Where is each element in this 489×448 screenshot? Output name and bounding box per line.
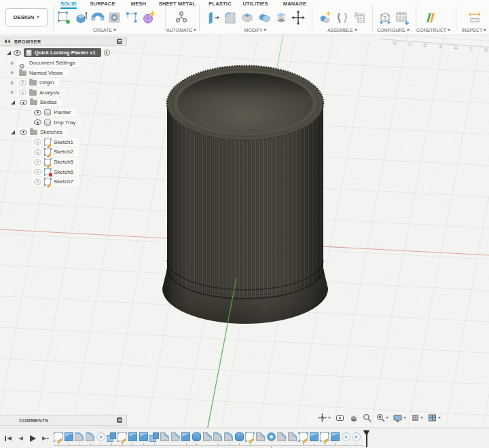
selected-root-chip[interactable]: Quick Locking Planter v1 bbox=[24, 48, 101, 57]
browser-item-drip-tray[interactable]: Drip Tray bbox=[0, 118, 127, 126]
timeline-feature-extrude[interactable] bbox=[128, 432, 137, 441]
inspect-group-label[interactable]: INSPECT bbox=[462, 28, 486, 33]
create-sketch-button[interactable] bbox=[56, 10, 71, 26]
configure-group-label[interactable]: CONFIGURE bbox=[377, 28, 410, 33]
fit-button[interactable] bbox=[376, 413, 389, 422]
derive-button[interactable] bbox=[124, 10, 139, 26]
press-pull-button[interactable] bbox=[206, 10, 221, 26]
timeline-position-marker[interactable] bbox=[363, 430, 369, 447]
visibility-eye-icon[interactable] bbox=[34, 179, 41, 185]
timeline-feature-fillet[interactable] bbox=[75, 432, 84, 441]
fillet-button[interactable] bbox=[223, 10, 238, 26]
planter-model[interactable] bbox=[162, 66, 328, 324]
measure-button[interactable] bbox=[467, 10, 482, 26]
browser-options-icon[interactable] bbox=[117, 39, 122, 44]
automate-button[interactable] bbox=[174, 10, 189, 26]
assemble-group-label[interactable]: ASSEMBLE bbox=[327, 28, 357, 33]
visibility-eye-icon[interactable] bbox=[34, 160, 41, 165]
new-component-button[interactable] bbox=[318, 10, 333, 26]
joint-button[interactable] bbox=[335, 10, 350, 26]
pan-button[interactable] bbox=[349, 413, 358, 422]
timeline-feature-chamfer[interactable] bbox=[256, 432, 265, 441]
expand-expanded-icon[interactable] bbox=[11, 130, 15, 134]
browser-item-named-views[interactable]: Named Views bbox=[0, 69, 127, 77]
browser-item-analysis[interactable]: Analysis bbox=[0, 88, 127, 96]
timeline-feature-fillet[interactable] bbox=[213, 432, 222, 441]
timeline-feature-sketch[interactable] bbox=[117, 432, 126, 441]
timeline-feature-chamfer[interactable] bbox=[203, 432, 212, 441]
expand-collapsed-icon[interactable] bbox=[11, 81, 14, 85]
construct-plane-button[interactable] bbox=[422, 10, 437, 26]
tab-mesh[interactable]: MESH bbox=[131, 1, 146, 7]
browser-item-sketches[interactable]: Sketches bbox=[0, 128, 127, 136]
timeline-feature-chamfer[interactable] bbox=[171, 432, 180, 441]
tab-utilities[interactable]: UTILITIES bbox=[242, 1, 268, 7]
comments-bar[interactable]: COMMENTS bbox=[0, 415, 127, 426]
collapse-panel-icon[interactable] bbox=[4, 39, 10, 43]
expand-collapsed-icon[interactable] bbox=[11, 90, 14, 94]
timeline-feature-circular-pattern[interactable] bbox=[352, 432, 361, 441]
visibility-eye-icon[interactable] bbox=[19, 90, 26, 95]
timeline-feature-chamfer[interactable] bbox=[277, 432, 286, 441]
step-back-button[interactable] bbox=[17, 435, 24, 442]
browser-item-document-settings[interactable]: Document Settings bbox=[0, 59, 127, 67]
browser-item-sketch7[interactable]: Sketch7 bbox=[0, 178, 127, 186]
automate-group-label[interactable]: AUTOMATE bbox=[166, 28, 196, 33]
browser-item-sketch1[interactable]: Sketch1 bbox=[0, 138, 127, 146]
look-at-button[interactable] bbox=[336, 413, 344, 422]
modify-group-label[interactable]: MODIFY bbox=[244, 28, 266, 33]
combine-button[interactable] bbox=[257, 10, 272, 26]
visibility-eye-icon[interactable] bbox=[34, 169, 41, 174]
expand-expanded-icon[interactable] bbox=[11, 100, 15, 105]
timeline-feature-fillet[interactable] bbox=[224, 432, 233, 441]
browser-item-bodies[interactable]: Bodies bbox=[0, 98, 127, 107]
expand-collapsed-icon[interactable] bbox=[11, 61, 14, 65]
design-workspace-button[interactable]: DESIGN bbox=[5, 8, 48, 26]
step-forward-button[interactable] bbox=[41, 435, 48, 442]
timeline-feature-cylinder[interactable] bbox=[235, 432, 244, 441]
browser-item-origin[interactable]: Origin bbox=[0, 79, 127, 87]
timeline-feature-cylinder[interactable] bbox=[192, 432, 201, 441]
zoom-button[interactable] bbox=[363, 413, 372, 422]
configuration-table-button[interactable] bbox=[395, 10, 410, 26]
timeline-feature-extrude[interactable] bbox=[139, 432, 148, 441]
display-settings-button[interactable] bbox=[393, 413, 406, 422]
tab-plastic[interactable]: PLASTIC bbox=[209, 1, 231, 7]
timeline-feature-move[interactable] bbox=[107, 432, 115, 441]
timeline-feature-sketch[interactable] bbox=[245, 432, 254, 441]
expand-collapsed-icon[interactable] bbox=[11, 71, 14, 75]
timeline-feature-fillet[interactable] bbox=[86, 432, 94, 441]
visibility-eye-icon[interactable] bbox=[19, 80, 26, 86]
visibility-eye-icon[interactable] bbox=[34, 110, 41, 115]
hole-button[interactable] bbox=[107, 10, 122, 26]
browser-item-sketch5[interactable]: Sketch5 bbox=[0, 158, 127, 166]
expand-expanded-icon[interactable] bbox=[7, 51, 11, 55]
timeline-marker-head[interactable] bbox=[363, 430, 369, 434]
configure-cube-button[interactable] bbox=[378, 10, 393, 26]
timeline-feature-extrude[interactable] bbox=[310, 432, 319, 441]
go-to-start-button[interactable] bbox=[5, 435, 12, 442]
timeline-feature-sketch[interactable] bbox=[299, 432, 308, 441]
timeline-feature-chamfer[interactable] bbox=[288, 432, 297, 441]
grid-and-snaps-button[interactable] bbox=[411, 413, 424, 422]
assemble-hierarchy-button[interactable] bbox=[352, 10, 367, 26]
timeline-feature-sketch[interactable] bbox=[54, 432, 62, 441]
activate-component-radio[interactable] bbox=[104, 50, 110, 56]
timeline-feature-sketch[interactable] bbox=[320, 432, 329, 441]
timeline-feature-extrude[interactable] bbox=[181, 432, 190, 441]
construct-group-label[interactable]: CONSTRUCT bbox=[416, 28, 450, 33]
extrude-button[interactable] bbox=[73, 10, 88, 26]
tab-surface[interactable]: SURFACE bbox=[90, 1, 115, 7]
timeline-feature-circular-pattern[interactable] bbox=[96, 432, 105, 441]
comments-options-icon[interactable] bbox=[117, 417, 122, 423]
browser-item-sketch2[interactable]: Sketch2 bbox=[0, 148, 127, 156]
revolve-button[interactable] bbox=[90, 10, 105, 26]
timeline-feature-extrude[interactable] bbox=[65, 432, 73, 441]
create-group-label[interactable]: CREATE bbox=[93, 28, 116, 33]
timeline-feature-circular-pattern[interactable] bbox=[342, 432, 350, 441]
browser-item-planter[interactable]: Planter bbox=[0, 109, 127, 117]
visibility-eye-icon[interactable] bbox=[14, 50, 21, 56]
browser-header[interactable]: BROWSER bbox=[0, 37, 127, 46]
play-button[interactable] bbox=[29, 435, 36, 442]
viewports-button[interactable] bbox=[428, 413, 441, 422]
